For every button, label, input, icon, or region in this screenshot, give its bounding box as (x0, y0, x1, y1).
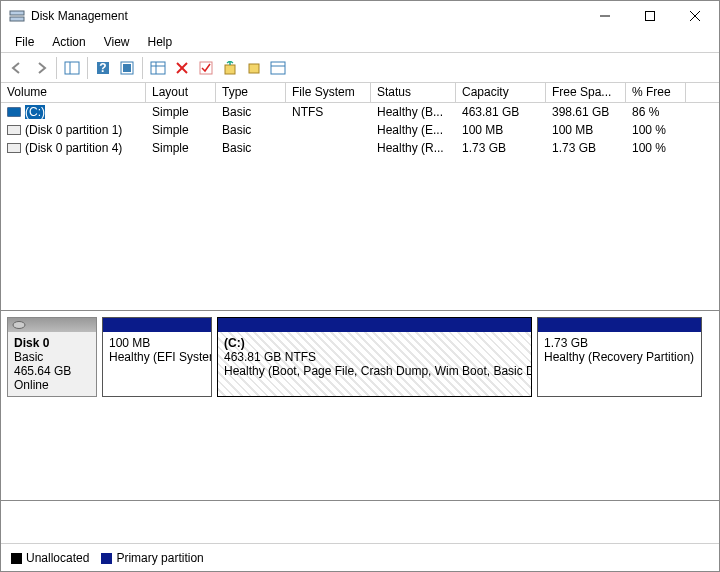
volume-type: Basic (216, 104, 286, 120)
volume-layout: Simple (146, 122, 216, 138)
volume-status: Healthy (R... (371, 140, 456, 156)
disk-capacity: 465.64 GB (14, 364, 90, 378)
partition-label: (C:) (224, 336, 245, 350)
volume-name: (Disk 0 partition 1) (25, 123, 122, 137)
swatch-primary-icon (101, 553, 112, 564)
volume-status: Healthy (E... (371, 122, 456, 138)
disk-status: Online (14, 378, 90, 392)
window-title: Disk Management (31, 9, 582, 23)
volume-capacity: 1.73 GB (456, 140, 546, 156)
svg-rect-12 (151, 62, 165, 74)
help-button[interactable]: ? (91, 56, 115, 80)
drive-icon (7, 107, 21, 117)
svg-rect-17 (200, 62, 212, 74)
svg-rect-0 (10, 11, 24, 15)
volume-fs (286, 129, 371, 131)
svg-rect-6 (65, 62, 79, 74)
col-type[interactable]: Type (216, 83, 286, 102)
volume-free: 100 MB (546, 122, 626, 138)
toolbar: ? (1, 53, 719, 83)
disk-icon (12, 320, 26, 330)
back-button[interactable] (5, 56, 29, 80)
minimize-button[interactable] (582, 2, 627, 30)
col-pct[interactable]: % Free (626, 83, 686, 102)
volume-row[interactable]: (Disk 0 partition 4)SimpleBasicHealthy (… (1, 139, 719, 157)
disk-info-box[interactable]: Disk 0 Basic 465.64 GB Online (7, 317, 97, 397)
volume-pct: 100 % (626, 122, 686, 138)
col-layout[interactable]: Layout (146, 83, 216, 102)
volume-pct: 86 % (626, 104, 686, 120)
disk-graphical-view[interactable]: Disk 0 Basic 465.64 GB Online 100 MBHeal… (1, 311, 719, 501)
svg-rect-20 (271, 62, 285, 74)
partition-status: Healthy (EFI System (109, 350, 211, 364)
volume-row[interactable]: (C:)SimpleBasicNTFSHealthy (B...463.81 G… (1, 103, 719, 121)
maximize-button[interactable] (627, 2, 672, 30)
show-hide-tree-button[interactable] (60, 56, 84, 80)
mount-button[interactable] (242, 56, 266, 80)
partition-color-bar (538, 318, 701, 332)
check-button[interactable] (194, 56, 218, 80)
volume-status: Healthy (B... (371, 104, 456, 120)
refresh-button[interactable] (115, 56, 139, 80)
forward-button[interactable] (29, 56, 53, 80)
close-button[interactable] (672, 2, 717, 30)
col-fs[interactable]: File System (286, 83, 371, 102)
menu-view[interactable]: View (96, 33, 138, 51)
partition-status: Healthy (Recovery Partition) (544, 350, 694, 364)
titlebar: Disk Management (1, 1, 719, 31)
legend: Unallocated Primary partition (1, 543, 719, 571)
volume-name: (C:) (25, 105, 45, 119)
col-volume[interactable]: Volume (1, 83, 146, 102)
volume-name: (Disk 0 partition 4) (25, 141, 122, 155)
partition-box[interactable]: (C:)463.81 GB NTFSHealthy (Boot, Page Fi… (217, 317, 532, 397)
disk-name: Disk 0 (14, 336, 90, 350)
volume-fs (286, 147, 371, 149)
partition-size: 463.81 GB NTFS (224, 350, 316, 364)
partition-box[interactable]: 100 MBHealthy (EFI System (102, 317, 212, 397)
menu-file[interactable]: File (7, 33, 42, 51)
col-free[interactable]: Free Spa... (546, 83, 626, 102)
partition-size: 100 MB (109, 336, 150, 350)
disk-row[interactable]: Disk 0 Basic 465.64 GB Online 100 MBHeal… (7, 317, 713, 397)
partition-size: 1.73 GB (544, 336, 588, 350)
recover-button[interactable] (218, 56, 242, 80)
svg-text:?: ? (99, 61, 106, 75)
partition-box[interactable]: 1.73 GBHealthy (Recovery Partition) (537, 317, 702, 397)
delete-button[interactable] (170, 56, 194, 80)
settings-button[interactable] (146, 56, 170, 80)
partition-status: Healthy (Boot, Page File, Crash Dump, Wi… (224, 364, 531, 378)
volume-layout: Simple (146, 104, 216, 120)
col-capacity[interactable]: Capacity (456, 83, 546, 102)
volume-layout: Simple (146, 140, 216, 156)
volume-type: Basic (216, 140, 286, 156)
volume-type: Basic (216, 122, 286, 138)
partition-icon (7, 125, 21, 135)
volume-row[interactable]: (Disk 0 partition 1)SimpleBasicHealthy (… (1, 121, 719, 139)
volume-pct: 100 % (626, 140, 686, 156)
legend-unallocated: Unallocated (11, 551, 89, 565)
app-icon (9, 8, 25, 24)
svg-rect-1 (10, 17, 24, 21)
menu-help[interactable]: Help (140, 33, 181, 51)
volume-fs: NTFS (286, 104, 371, 120)
menubar: File Action View Help (1, 31, 719, 53)
legend-primary: Primary partition (101, 551, 203, 565)
col-status[interactable]: Status (371, 83, 456, 102)
svg-rect-11 (123, 64, 131, 72)
partition-color-bar (103, 318, 211, 332)
volume-capacity: 100 MB (456, 122, 546, 138)
partition-color-bar (218, 318, 531, 332)
disk-type: Basic (14, 350, 90, 364)
swatch-unallocated-icon (11, 553, 22, 564)
volume-list[interactable]: Volume Layout Type File System Status Ca… (1, 83, 719, 311)
menu-action[interactable]: Action (44, 33, 93, 51)
volume-list-header[interactable]: Volume Layout Type File System Status Ca… (1, 83, 719, 103)
svg-rect-19 (249, 64, 259, 73)
partition-icon (7, 143, 21, 153)
svg-point-22 (13, 322, 25, 329)
volume-free: 1.73 GB (546, 140, 626, 156)
svg-rect-18 (225, 65, 235, 74)
svg-rect-3 (645, 12, 654, 21)
partition-map: 100 MBHealthy (EFI System(C:)463.81 GB N… (102, 317, 713, 397)
properties-button[interactable] (266, 56, 290, 80)
